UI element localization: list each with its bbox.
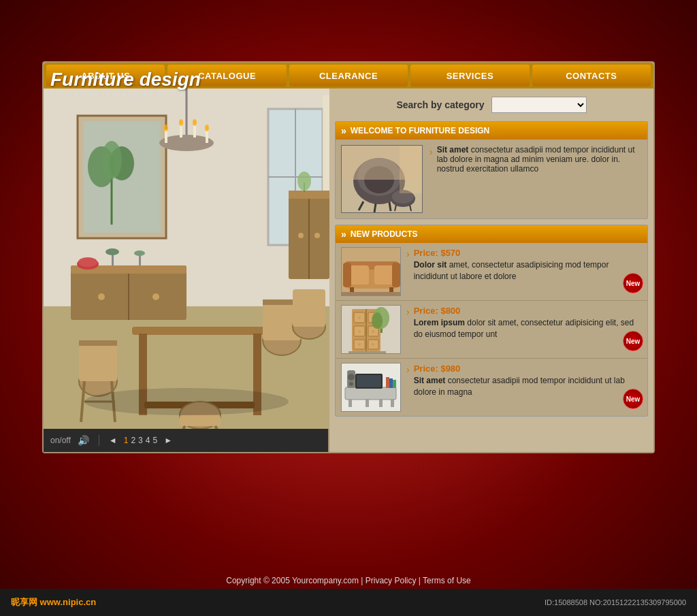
new-badge-3: New — [623, 389, 643, 409]
ctrl-pages: 1 2 3 4 5 — [124, 436, 157, 445]
svg-rect-104 — [345, 387, 396, 400]
page-1[interactable]: 1 — [124, 436, 129, 445]
product-arrow-icon-3: › — [406, 364, 410, 375]
section-arrow2-icon: » — [341, 229, 346, 240]
logo-title: Furniture design — [50, 70, 201, 89]
product-image-3 — [341, 363, 401, 412]
svg-rect-110 — [357, 375, 381, 387]
new-products-section: » NEW PRODUCTS — [335, 225, 648, 417]
speaker-icon[interactable]: 🔊 — [78, 435, 89, 446]
ctrl-divider — [99, 435, 99, 446]
slideshow-controls: on/off 🔊 ◄ 1 2 3 4 5 ► — [44, 429, 328, 452]
svg-line-69 — [389, 202, 391, 211]
svg-rect-78 — [374, 265, 395, 285]
product-text-3: Price: $980 Sit amet consectetur asadipi… — [414, 363, 642, 398]
svg-rect-102 — [348, 351, 386, 354]
product-image-2 — [341, 305, 401, 354]
page-2[interactable]: 2 — [131, 436, 135, 445]
product-desc-2: Lorem ipsum dolor sit amet, consectetur … — [414, 317, 642, 340]
privacy-policy-link[interactable]: Privacy Policy — [366, 576, 417, 585]
next-button[interactable]: ► — [164, 436, 172, 445]
logo-area: Furniture design SUIT YOUR INDIVIDUAL ST… — [42, 65, 209, 103]
new-badge-2: New — [623, 331, 643, 351]
search-label: Search by category — [396, 99, 484, 110]
copyright-text: Copyright © 2005 Yourcompany.com — [226, 576, 359, 585]
product-text-2: Price: $800 Lorem ipsum dolor sit amet, … — [414, 305, 642, 340]
svg-rect-73 — [400, 146, 423, 193]
svg-point-98 — [372, 343, 374, 346]
product-arrow-icon-2: › — [406, 306, 410, 317]
svg-point-17 — [106, 248, 119, 255]
svg-point-97 — [358, 343, 361, 346]
svg-point-47 — [193, 119, 197, 126]
svg-rect-83 — [342, 292, 401, 296]
svg-point-15 — [78, 257, 97, 267]
page-4[interactable]: 4 — [146, 436, 150, 445]
svg-rect-25 — [79, 340, 117, 381]
svg-rect-108 — [391, 399, 394, 407]
svg-line-68 — [374, 204, 376, 212]
main-container: ABOUT US CATALOGUE CLEARANCE SERVICES CO… — [42, 61, 655, 453]
watermark-right: ID:15088508 NO:20151222135309795000 — [545, 598, 686, 606]
welcome-text: › Sit amet consectetur asadipii mod temp… — [429, 145, 642, 213]
svg-rect-114 — [386, 377, 389, 388]
new-badge-1: New — [623, 273, 643, 293]
nav-item-clearance[interactable]: CLEARANCE — [289, 65, 408, 86]
footer: Copyright © 2005 Yourcompany.com | Priva… — [0, 576, 697, 585]
welcome-title: WELCOME TO FURNITURE DESIGN — [351, 126, 489, 135]
nav-item-services[interactable]: SERVICES — [410, 65, 529, 86]
product-item-2: › Price: $800 Lorem ipsum dolor sit amet… — [336, 301, 647, 359]
svg-point-12 — [98, 293, 105, 300]
welcome-item: › Sit amet consectetur asadipii mod temp… — [336, 140, 647, 218]
slideshow-area — [44, 88, 329, 429]
svg-rect-54 — [289, 191, 329, 199]
page-3[interactable]: 3 — [138, 436, 143, 445]
svg-rect-116 — [393, 380, 396, 388]
svg-rect-38 — [293, 289, 325, 327]
product-text-1: Price: $570 Dolor sit amet, consectetur … — [414, 247, 642, 282]
nav-item-contacts[interactable]: CONTACTS — [532, 65, 651, 86]
new-products-body: › Price: $570 Dolor sit amet, consectetu… — [336, 243, 647, 416]
product-info-3: › Price: $980 Sit amet consectetur asadi… — [406, 363, 642, 412]
page-5[interactable]: 5 — [152, 436, 157, 445]
svg-rect-34 — [180, 415, 221, 426]
search-bar: Search by category Chairs Tables Sofas C… — [335, 94, 648, 116]
welcome-body: › Sit amet consectetur asadipii mod temp… — [336, 140, 647, 218]
svg-point-95 — [358, 330, 361, 333]
svg-point-112 — [348, 374, 355, 380]
search-select[interactable]: Chairs Tables Sofas Cabinets — [491, 97, 587, 113]
svg-rect-115 — [389, 378, 393, 388]
svg-point-56 — [298, 233, 304, 238]
bottom-bar: 昵享网 www.nipic.cn ID:15088508 NO:20151222… — [0, 589, 697, 616]
left-panel: on/off 🔊 ◄ 1 2 3 4 5 ► — [44, 88, 329, 452]
svg-line-35 — [183, 426, 185, 429]
svg-rect-80 — [392, 263, 400, 287]
prev-button[interactable]: ◄ — [109, 436, 117, 445]
svg-rect-26 — [79, 340, 117, 346]
svg-point-45 — [164, 125, 168, 131]
svg-point-96 — [372, 330, 374, 333]
product-desc-3: Sit amet consectetur asadipii mod tempor… — [414, 375, 642, 398]
slideshow-onoff[interactable]: on/off — [50, 436, 71, 445]
product-info-1: › Price: $570 Dolor sit amet, consectetu… — [406, 247, 642, 296]
welcome-header: » WELCOME TO FURNITURE DESIGN — [336, 122, 647, 140]
content-area: on/off 🔊 ◄ 1 2 3 4 5 ► Search by categor… — [44, 88, 653, 452]
svg-rect-77 — [348, 265, 369, 285]
product-item-3: › Price: $980 Sit amet consectetur asadi… — [336, 359, 647, 416]
product-image-1 — [341, 247, 401, 296]
right-panel: Search by category Chairs Tables Sofas C… — [329, 88, 653, 452]
svg-point-93 — [358, 317, 361, 319]
svg-point-8 — [101, 141, 122, 179]
watermark-left: 昵享网 www.nipic.cn — [11, 596, 96, 609]
section-arrow-icon: » — [341, 125, 346, 136]
product-info-2: › Price: $800 Lorem ipsum dolor sit amet… — [406, 305, 642, 354]
new-products-title: NEW PRODUCTS — [351, 229, 418, 239]
product-price-1: Price: $570 — [414, 247, 642, 259]
svg-point-57 — [314, 233, 320, 238]
svg-point-48 — [205, 125, 209, 131]
welcome-description: Sit amet consectetur asadipii mod tempor… — [437, 145, 642, 174]
product-price-3: Price: $980 — [414, 363, 642, 375]
product-arrow-icon-1: › — [406, 248, 410, 259]
terms-of-use-link[interactable]: Terms of Use — [423, 576, 471, 585]
welcome-product-image — [341, 145, 423, 213]
